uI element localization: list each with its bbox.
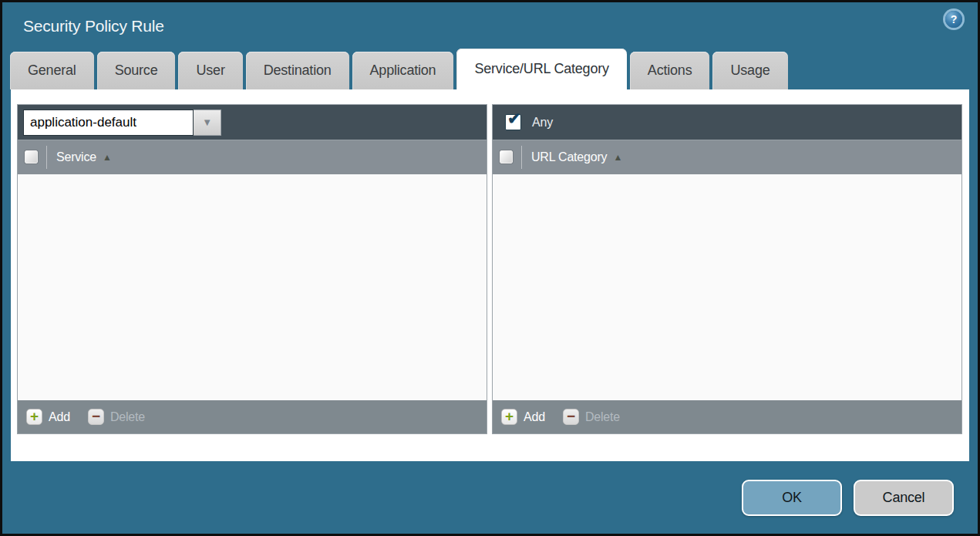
dialog-action-bar: OK Cancel	[2, 461, 978, 534]
service-delete-button[interactable]: − Delete	[88, 409, 145, 425]
service-type-input[interactable]	[23, 110, 194, 136]
delete-button-label: Delete	[110, 410, 145, 424]
tab-usage[interactable]: Usage	[712, 52, 787, 89]
url-category-panel: ✔ Any URL Category ▲ + Add − Delete	[492, 104, 962, 434]
service-footer: + Add − Delete	[18, 400, 487, 433]
tab-service-url-category[interactable]: Service/URL Category	[456, 49, 626, 89]
any-checkbox[interactable]: ✔	[505, 114, 521, 130]
service-select-all-checkbox[interactable]	[25, 150, 38, 163]
help-icon[interactable]: ?	[945, 11, 962, 28]
service-panel: ▼ Service ▲ + Add − Delete	[17, 104, 487, 434]
url-category-toolbar: ✔ Any	[493, 105, 961, 140]
question-mark-glyph: ?	[951, 13, 957, 25]
tab-general[interactable]: General	[10, 52, 94, 89]
tab-content: ▼ Service ▲ + Add − Delete ✔	[11, 89, 969, 461]
service-toolbar: ▼	[18, 105, 487, 140]
tab-source[interactable]: Source	[97, 52, 176, 89]
tab-bar: General Source User Destination Applicat…	[2, 49, 978, 89]
service-type-dropdown-button[interactable]: ▼	[194, 110, 221, 136]
tab-user[interactable]: User	[178, 52, 242, 89]
sort-ascending-icon[interactable]: ▲	[103, 152, 112, 163]
add-button-label: Add	[524, 410, 545, 424]
dialog-titlebar: Security Policy Rule ?	[2, 2, 978, 49]
service-list	[18, 174, 487, 400]
plus-icon: +	[501, 409, 517, 425]
chevron-down-icon: ▼	[202, 116, 212, 128]
tab-application[interactable]: Application	[352, 52, 454, 89]
header-separator	[46, 146, 47, 169]
url-category-list	[493, 174, 961, 400]
ok-button[interactable]: OK	[742, 480, 842, 516]
dialog-title: Security Policy Rule	[23, 17, 164, 35]
url-category-footer: + Add − Delete	[493, 400, 961, 433]
url-category-add-button[interactable]: + Add	[501, 409, 545, 425]
plus-icon: +	[26, 409, 42, 425]
tab-actions[interactable]: Actions	[630, 52, 710, 89]
add-button-label: Add	[49, 410, 70, 424]
service-column-header[interactable]: Service	[56, 150, 96, 164]
minus-icon: −	[88, 409, 104, 425]
service-type-combobox: ▼	[23, 110, 221, 136]
any-checkbox-label: Any	[532, 116, 553, 130]
delete-button-label: Delete	[585, 410, 620, 424]
service-add-button[interactable]: + Add	[26, 409, 70, 425]
url-category-table-header: URL Category ▲	[493, 140, 961, 174]
url-category-column-header[interactable]: URL Category	[531, 150, 607, 164]
sort-ascending-icon[interactable]: ▲	[613, 152, 622, 163]
security-policy-rule-dialog: { "window": { "title": "Security Policy …	[0, 0, 980, 536]
checkmark-icon: ✔	[507, 110, 520, 128]
minus-icon: −	[563, 409, 579, 425]
url-category-delete-button[interactable]: − Delete	[563, 409, 620, 425]
cancel-button[interactable]: Cancel	[854, 480, 954, 516]
header-separator	[521, 146, 522, 169]
url-category-select-all-checkbox[interactable]	[500, 150, 513, 163]
tab-destination[interactable]: Destination	[246, 52, 349, 89]
service-table-header: Service ▲	[18, 140, 487, 174]
